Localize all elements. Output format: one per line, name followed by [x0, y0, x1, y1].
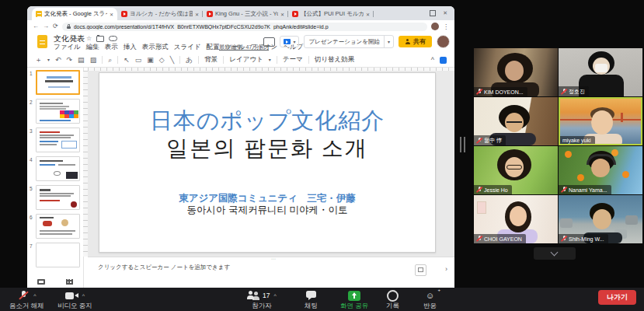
participants-button[interactable]: 17^ 참가자 — [247, 290, 277, 311]
lock-icon — [67, 24, 71, 30]
participant-video-nanami-yama[interactable]: Nanami Yama... — [559, 146, 642, 194]
slide-byline-korean[interactable]: 동아시아 국제커뮤니티 미야케・이토 — [99, 204, 435, 217]
undo-icon[interactable]: ↶ — [55, 57, 61, 64]
star-icon[interactable]: ☆ — [86, 35, 92, 42]
reload-icon[interactable]: ⟳ — [53, 23, 58, 30]
participant-video-kim-doyeon[interactable]: KIM DOYEON... — [474, 48, 558, 96]
redo-icon[interactable]: ↷ — [67, 57, 73, 64]
participant-video-miyake-yuki-active-speaker[interactable]: miyake yuki — [559, 97, 642, 145]
slide-thumbnail-7[interactable]: 7 — [27, 242, 83, 271]
tab-close-icon[interactable]: ✕ — [280, 12, 284, 17]
participant-figure — [593, 209, 611, 229]
tab-youtube-3[interactable]: 【公式】PUI PUI モルカー 第1話... ✕ — [288, 8, 374, 20]
forward-icon[interactable]: → — [43, 23, 49, 30]
last-edited-link[interactable]: 最終編集: 47 分前（匿名 ... — [219, 44, 269, 51]
slide-thumbnail-3[interactable]: 3 — [27, 127, 83, 156]
grid-view-icon[interactable] — [66, 279, 73, 285]
tab-close-icon[interactable]: ✕ — [195, 12, 199, 17]
present-mode-icon-button[interactable]: ▾ — [280, 36, 299, 47]
tab-close-icon[interactable]: ✕ — [366, 12, 370, 17]
filmstrip-view-icon[interactable] — [37, 279, 45, 285]
extension-icon[interactable] — [440, 57, 447, 64]
participant-name-tag: miyake yuki — [560, 136, 595, 144]
move-folder-icon[interactable] — [96, 36, 104, 42]
slide-thumbnail-6[interactable]: 6 — [27, 213, 83, 242]
cloud-status-icon — [109, 36, 117, 41]
restore-window-icon[interactable] — [430, 10, 436, 16]
participant-video-jeong-hojin[interactable]: 정호진 — [559, 48, 642, 96]
thumbnail-number: 6 — [30, 215, 33, 220]
hide-menus-icon[interactable] — [263, 37, 275, 47]
account-avatar[interactable] — [437, 35, 450, 48]
chevron-up-icon[interactable]: ^ — [273, 293, 276, 299]
participant-video-shih-ming[interactable]: Shih-Ming W... — [559, 195, 642, 243]
notes-image-button[interactable] — [415, 264, 426, 276]
text-tool-icon[interactable]: あ — [186, 57, 193, 64]
browser-profile-avatar[interactable] — [431, 23, 439, 30]
slide-canvas-area: 日本のポップ文化紹介 일본의 팝문화 소개 東アジア国際コミュニティ 三宅・伊藤… — [88, 71, 454, 257]
notes-expand-icon[interactable]: › — [445, 265, 447, 273]
participant-video-jessie-ho[interactable]: Jessie Ho — [474, 146, 558, 194]
insert-shape-icon[interactable]: ◇ — [159, 57, 165, 64]
select-cursor-icon[interactable]: ↖ — [124, 57, 130, 64]
leave-meeting-button[interactable]: 나가기 — [598, 290, 636, 305]
participant-video-choi-gayeon[interactable]: CHOI GAYEON — [474, 195, 558, 243]
thumbnail-preview — [36, 99, 80, 124]
slide-title-japanese[interactable]: 日本のポップ文化紹介 — [99, 106, 435, 137]
collapse-toolbar-icon[interactable]: ^ — [431, 57, 434, 64]
start-presentation-button[interactable]: プレゼンテーションを開始 ▾ — [304, 35, 394, 48]
menu-format[interactable]: 表示形式 — [142, 43, 169, 52]
reactions-button[interactable]: ☺+ 반응 — [423, 290, 437, 311]
slide-editor[interactable]: 日本のポップ文化紹介 일본의 팝문화 소개 東アジア国際コミュニティ 三宅・伊藤… — [99, 72, 436, 253]
menu-file[interactable]: ファイル — [54, 43, 81, 52]
url-omnibox[interactable]: docs.google.com/presentation/d/1T4fHVX_B… — [62, 23, 427, 31]
background-button[interactable]: 背景 — [204, 55, 218, 65]
tetrapod-sea-background — [560, 218, 573, 228]
menu-view[interactable]: 表示 — [105, 43, 118, 52]
tab-close-icon[interactable]: ✕ — [110, 12, 113, 17]
menu-arrange[interactable]: 配置 — [207, 43, 220, 52]
notes-placeholder[interactable]: クリックするとスピーカー ノートを追加できます — [98, 264, 230, 271]
speaker-notes-panel[interactable]: ⋯ クリックするとスピーカー ノートを追加できます › — [88, 257, 454, 288]
google-slides-logo-icon[interactable] — [37, 35, 47, 48]
unmute-button[interactable]: ^ 음소거 해제 — [9, 290, 44, 311]
layout-button[interactable]: レイアウト — [229, 55, 263, 65]
slide-thumbnail-4[interactable]: 4 — [27, 156, 83, 184]
participant-video-hatakenaka[interactable]: 畠中 惇 — [474, 97, 558, 145]
new-slide-icon[interactable]: ＋ — [35, 57, 42, 64]
menu-insert[interactable]: 挿入 — [124, 43, 137, 52]
panel-resize-handle[interactable] — [460, 137, 465, 152]
slide-thumbnail-2[interactable]: 2 — [27, 98, 83, 127]
close-window-icon[interactable]: ✕ — [443, 10, 447, 16]
browser-menu-icon[interactable]: ⋮ — [443, 23, 449, 30]
text-box-icon[interactable]: ▭ — [135, 57, 142, 64]
slide-title-korean[interactable]: 일본의 팝문화 소개 — [99, 134, 435, 163]
transition-button[interactable]: 切り替え効果 — [315, 55, 354, 65]
menu-slide[interactable]: スライド — [174, 43, 201, 52]
paint-format-icon[interactable]: ▨ — [90, 57, 97, 64]
share-button[interactable]: 共有 — [399, 36, 432, 47]
tab-title: 文化発表 - Google スライド — [44, 10, 107, 18]
collapse-video-panel-button[interactable] — [534, 247, 576, 260]
insert-line-icon[interactable]: ╲ — [170, 57, 174, 64]
menu-edit[interactable]: 編集 — [86, 43, 99, 52]
print-icon[interactable]: ▤ — [78, 57, 85, 64]
share-screen-button[interactable]: 화면 공유 — [340, 290, 368, 311]
chevron-up-icon[interactable]: ^ — [33, 293, 36, 299]
tab-youtube-2[interactable]: King Gnu - 三文小説 - YouTube ✕ — [203, 8, 288, 20]
slide-thumbnail-5[interactable]: 5 — [27, 184, 83, 213]
chat-button[interactable]: 채팅 — [305, 290, 318, 311]
zoom-tool-icon[interactable]: ⌕ — [108, 57, 112, 64]
tab-slides[interactable]: 文化発表 - Google スライド ✕ — [32, 8, 117, 20]
chevron-up-icon[interactable]: ^ — [82, 293, 85, 299]
thumbnail-number: 2 — [30, 100, 33, 105]
tab-youtube-1[interactable]: ヨルシカ - だから僕は音楽を辞めた... ✕ — [117, 8, 203, 20]
back-icon[interactable]: ← — [33, 23, 39, 30]
insert-image-icon[interactable]: ▣ — [147, 57, 154, 64]
record-button[interactable]: 기록 — [386, 290, 399, 311]
notes-drag-grip[interactable]: ⋯ — [271, 256, 276, 261]
theme-button[interactable]: テーマ — [283, 55, 303, 65]
stop-video-button[interactable]: ^ 비디오 중지 — [57, 290, 92, 311]
slide-thumbnail-1[interactable]: 1 — [27, 69, 83, 98]
chevron-down-icon[interactable]: ▾ — [47, 58, 50, 62]
